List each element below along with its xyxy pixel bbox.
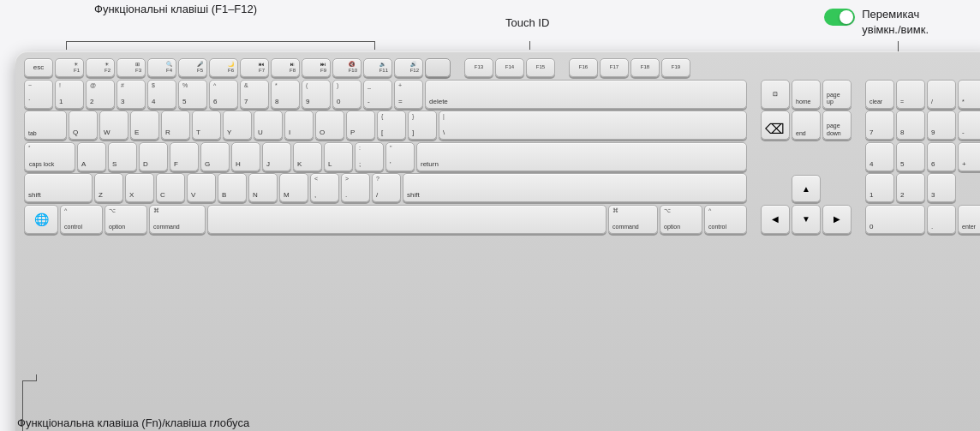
key-equals[interactable]: += (394, 80, 423, 109)
key-globe[interactable]: 🌐 (24, 205, 58, 234)
key-np3[interactable]: 3 (927, 173, 956, 202)
key-option-right[interactable]: ⌥option (660, 205, 702, 234)
key-bracket-right[interactable]: }] (408, 111, 437, 140)
key-f3[interactable]: ⊞F3 (117, 58, 146, 77)
key-q[interactable]: Q (69, 111, 98, 140)
key-3[interactable]: #3 (117, 80, 146, 109)
key-s[interactable]: S (108, 142, 137, 171)
key-6[interactable]: ^6 (209, 80, 238, 109)
key-m[interactable]: M (279, 173, 308, 202)
key-f18[interactable]: F18 (630, 58, 660, 77)
key-np8[interactable]: 8 (896, 111, 925, 140)
key-touch-id[interactable] (425, 58, 451, 77)
key-numpad-clear[interactable]: clear (865, 80, 894, 109)
key-semicolon[interactable]: :; (355, 142, 384, 171)
key-5[interactable]: %5 (178, 80, 207, 109)
key-np0[interactable]: 0 (865, 205, 925, 234)
key-option-left[interactable]: ⌥option (105, 205, 147, 234)
key-b[interactable]: B (218, 173, 247, 202)
key-period[interactable]: >. (341, 173, 370, 202)
key-np6[interactable]: 6 (927, 142, 956, 171)
key-numpad-equals[interactable]: = (896, 80, 925, 109)
key-1[interactable]: !1 (55, 80, 84, 109)
key-numlock[interactable]: ⊡ (761, 80, 790, 109)
key-8[interactable]: *8 (271, 80, 300, 109)
key-np5[interactable]: 5 (896, 142, 925, 171)
key-np4[interactable]: 4 (865, 142, 894, 171)
key-f4[interactable]: 🔍F4 (147, 58, 176, 77)
key-arrow-right[interactable]: ▶ (822, 205, 852, 234)
key-shift-left[interactable]: shift (24, 173, 93, 202)
key-np-dot[interactable]: . (927, 205, 956, 234)
key-a[interactable]: A (77, 142, 106, 171)
key-shift-right[interactable]: shift (403, 173, 747, 202)
key-i[interactable]: I (284, 111, 314, 140)
key-slash[interactable]: ?/ (372, 173, 401, 202)
key-f14[interactable]: F14 (495, 58, 524, 77)
key-e[interactable]: E (130, 111, 159, 140)
key-np2[interactable]: 2 (896, 173, 925, 202)
key-9[interactable]: (9 (302, 80, 331, 109)
key-f12[interactable]: 🔊F12 (394, 58, 423, 77)
key-f[interactable]: F (170, 142, 199, 171)
key-0[interactable]: )0 (332, 80, 362, 109)
key-end[interactable]: end (792, 111, 821, 140)
key-np9[interactable]: 9 (927, 111, 956, 140)
key-f6[interactable]: 🌙F6 (209, 58, 238, 77)
key-o[interactable]: O (315, 111, 344, 140)
key-comma[interactable]: <, (310, 173, 339, 202)
key-k[interactable]: K (293, 142, 322, 171)
key-f1[interactable]: ☀F1 (55, 58, 84, 77)
key-numpad-slash[interactable]: / (927, 80, 956, 109)
key-4[interactable]: $4 (147, 80, 176, 109)
toggle-switch[interactable] (824, 9, 855, 26)
key-delete[interactable]: delete (425, 80, 747, 109)
key-np7[interactable]: 7 (865, 111, 894, 140)
key-quote[interactable]: "' (385, 142, 415, 171)
key-r[interactable]: R (161, 111, 190, 140)
key-d[interactable]: D (139, 142, 168, 171)
key-bracket-left[interactable]: {[ (377, 111, 406, 140)
key-pageup[interactable]: pageup (822, 80, 852, 109)
key-np-minus[interactable]: - (958, 111, 980, 140)
key-command-left[interactable]: ⌘command (149, 205, 206, 234)
key-minus[interactable]: _- (363, 80, 392, 109)
key-command-right[interactable]: ⌘command (608, 205, 658, 234)
key-np-plus[interactable]: + (958, 142, 980, 171)
key-np-enter[interactable]: enter (958, 205, 980, 234)
key-f13[interactable]: F13 (464, 58, 493, 77)
key-t[interactable]: T (192, 111, 221, 140)
key-f9[interactable]: ⏭F9 (302, 58, 331, 77)
key-c[interactable]: C (156, 173, 185, 202)
key-f11[interactable]: 🔉F11 (363, 58, 392, 77)
key-backspace-gray[interactable]: ⌫ (761, 111, 790, 140)
key-u[interactable]: U (254, 111, 283, 140)
key-n[interactable]: N (248, 173, 278, 202)
key-f8[interactable]: ⏯F8 (271, 58, 300, 77)
key-control-left[interactable]: ^control (60, 205, 103, 234)
key-f10[interactable]: 🔇F10 (332, 58, 362, 77)
key-return[interactable]: return (416, 142, 747, 171)
key-pagedown[interactable]: pagedown (822, 111, 852, 140)
key-f5[interactable]: 🎤F5 (178, 58, 207, 77)
key-backtick[interactable]: ~` (24, 80, 53, 109)
key-v[interactable]: V (187, 173, 216, 202)
key-f17[interactable]: F17 (600, 58, 629, 77)
key-g[interactable]: G (200, 142, 230, 171)
key-capslock[interactable]: *caps lock (24, 142, 75, 171)
key-y[interactable]: Y (223, 111, 252, 140)
key-f7[interactable]: ⏮F7 (240, 58, 269, 77)
key-control-right[interactable]: ^control (704, 205, 747, 234)
key-numpad-asterisk[interactable]: * (958, 80, 980, 109)
key-2[interactable]: @2 (86, 80, 115, 109)
key-w[interactable]: W (99, 111, 128, 140)
key-h[interactable]: H (231, 142, 260, 171)
key-space[interactable] (207, 205, 607, 234)
key-p[interactable]: P (346, 111, 375, 140)
key-f16[interactable]: F16 (569, 58, 598, 77)
key-arrow-up[interactable]: ▲ (792, 175, 821, 202)
key-backslash[interactable]: |\ (439, 111, 747, 140)
key-f15[interactable]: F15 (526, 58, 555, 77)
key-f2[interactable]: ☀F2 (86, 58, 115, 77)
key-arrow-left[interactable]: ◀ (761, 205, 790, 234)
